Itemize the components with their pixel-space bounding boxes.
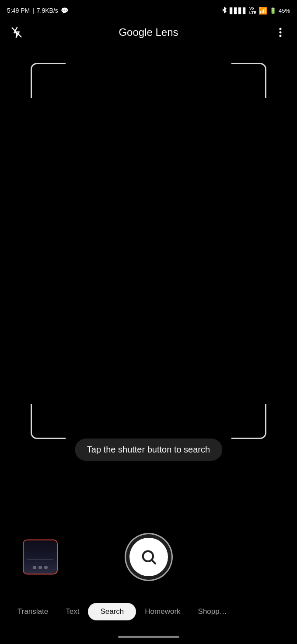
bracket-top-left — [31, 63, 66, 98]
flash-off-icon[interactable] — [9, 24, 24, 40]
bracket-top-right — [231, 63, 266, 98]
shutter-button[interactable] — [125, 533, 173, 581]
bottom-controls — [0, 520, 297, 594]
tab-translate[interactable]: Translate — [9, 603, 57, 620]
battery-percent: 45% — [279, 7, 290, 14]
bracket-bottom-right — [231, 404, 266, 439]
more-options-icon[interactable] — [273, 24, 288, 40]
gallery-thumbnail[interactable] — [23, 540, 58, 574]
home-indicator — [0, 629, 297, 644]
svg-point-1 — [279, 31, 281, 34]
shutter-inner — [129, 538, 168, 576]
svg-point-0 — [279, 28, 281, 30]
status-left: 5:49 PM | 7.9KB/s 💬 — [7, 7, 68, 14]
wifi-icon: 📶 — [259, 7, 267, 15]
battery-icon: 🔋 — [269, 7, 276, 14]
network-speed: 7.9KB/s — [37, 7, 58, 14]
dot-1 — [33, 566, 36, 569]
status-right: ▋▋▋▋ VoLTE 📶 🔋 45% — [221, 6, 290, 15]
time-display: 5:49 PM — [7, 7, 30, 14]
dot-2 — [38, 566, 42, 569]
status-bar: 5:49 PM | 7.9KB/s 💬 ▋▋▋▋ VoLTE 📶 🔋 — [0, 0, 297, 19]
app-title: Google Lens — [119, 26, 178, 38]
tab-text[interactable]: Text — [57, 603, 88, 620]
thumbnail-dots — [33, 566, 48, 569]
signal-icon: ▋▋▋▋ — [230, 7, 247, 14]
google-title-part: Google — [119, 26, 152, 38]
tab-homework[interactable]: Homework — [136, 603, 189, 620]
volte-icon: VoLTE — [249, 6, 256, 15]
header: Google Lens — [0, 19, 297, 45]
dot-3 — [44, 566, 48, 569]
separator: | — [32, 7, 34, 14]
tab-search[interactable]: Search — [88, 603, 136, 620]
whatsapp-icon: 💬 — [61, 7, 68, 14]
camera-viewfinder: Tap the shutter button to search — [0, 45, 297, 520]
camera-area: Tap the shutter button to search — [0, 45, 297, 461]
svg-point-2 — [279, 35, 281, 37]
thumbnail-line-1 — [27, 559, 53, 560]
search-icon — [140, 548, 157, 566]
lens-title-part: Lens — [153, 26, 178, 38]
thumbnail-image[interactable] — [23, 540, 58, 574]
thumbnail-line-2 — [31, 562, 49, 563]
app-container: 5:49 PM | 7.9KB/s 💬 ▋▋▋▋ VoLTE 📶 🔋 — [0, 0, 297, 644]
thumbnail-inner — [24, 540, 57, 574]
bracket-bottom-left — [31, 404, 66, 439]
home-bar — [118, 636, 179, 638]
tab-shopping[interactable]: Shopp… — [189, 603, 236, 620]
bluetooth-icon — [221, 7, 227, 15]
hint-text: Tap the shutter button to search — [75, 439, 222, 461]
mode-tabs: Translate Text Search Homework Shopp… — [0, 594, 297, 629]
